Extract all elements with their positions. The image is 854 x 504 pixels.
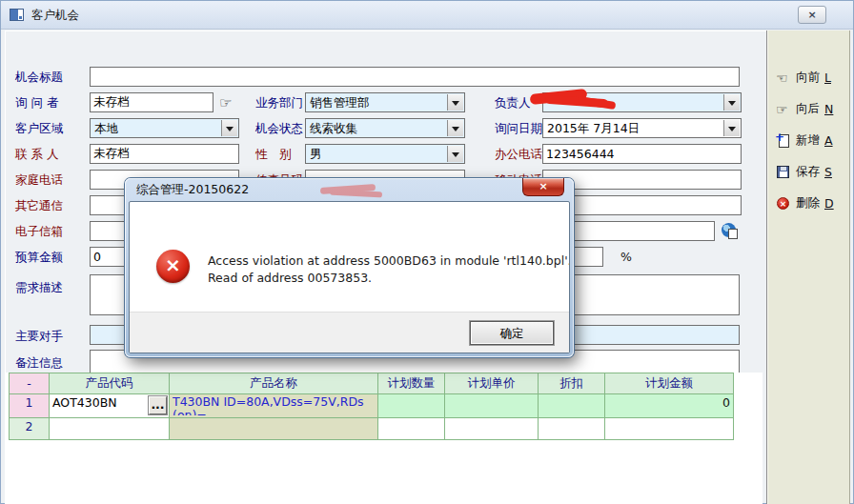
prev-label: 向前 xyxy=(796,70,820,86)
new-doc-icon: + xyxy=(776,133,791,149)
header-product-code: 产品代码 xyxy=(50,373,170,394)
region-value: 本地 xyxy=(94,121,118,137)
gender-select[interactable]: 男 xyxy=(305,144,465,164)
window-icon xyxy=(10,9,24,21)
product-code-cell[interactable]: AOT430BN ... xyxy=(50,394,170,418)
product-code-value: AOT430BN xyxy=(52,395,117,410)
owner-select[interactable] xyxy=(542,92,742,112)
delete-key: D xyxy=(824,196,834,211)
hand-left-icon: ☜ xyxy=(776,71,791,86)
plan-price-cell[interactable] xyxy=(445,418,539,440)
office-phone-input[interactable] xyxy=(542,144,742,164)
label-status: 机会状态 xyxy=(255,121,303,137)
next-button[interactable]: ☞ 向后 N xyxy=(776,101,833,117)
plan-price-cell[interactable] xyxy=(445,394,539,418)
label-gender: 性 别 xyxy=(255,147,292,163)
next-label: 向后 xyxy=(796,101,820,117)
error-dialog: 综合管理-20150622 × × Access violation at ad… xyxy=(125,178,574,357)
product-code-cell[interactable] xyxy=(50,418,170,440)
redaction-scribble xyxy=(320,184,387,197)
label-other-comm: 其它通信 xyxy=(15,198,63,214)
discount-cell[interactable] xyxy=(539,418,605,440)
header-product-name: 产品名称 xyxy=(170,373,378,394)
plan-qty-cell[interactable] xyxy=(378,394,445,418)
label-remark: 备注信息 xyxy=(15,355,63,372)
status-select[interactable]: 线索收集 xyxy=(305,118,465,138)
label-owner: 负责人 xyxy=(495,95,531,111)
chevron-down-icon[interactable] xyxy=(447,146,463,162)
chevron-down-icon[interactable] xyxy=(723,94,740,111)
contact-input[interactable] xyxy=(90,144,239,164)
prev-button[interactable]: ☜ 向前 L xyxy=(776,70,831,86)
window-title: 客户机会 xyxy=(31,8,79,24)
plan-qty-cell[interactable] xyxy=(378,418,445,440)
inquiry-date-value: 2015年 7月14日 xyxy=(547,121,640,137)
save-button[interactable]: 保存 S xyxy=(776,164,832,180)
product-table-area: - 产品代码 产品名称 计划数量 计划单价 折扣 计划金额 1 AOT430BN… xyxy=(5,373,762,504)
chevron-down-icon[interactable] xyxy=(447,94,463,111)
save-label: 保存 xyxy=(796,164,820,180)
dialog-title: 综合管理-20150622 xyxy=(136,182,249,198)
label-office-phone: 办公电话 xyxy=(495,147,542,163)
delete-icon: × xyxy=(776,196,791,212)
region-select[interactable]: 本地 xyxy=(90,118,239,138)
inquirer-lookup-hand-icon[interactable]: ☞ xyxy=(219,94,232,111)
ok-button[interactable]: 确定 xyxy=(470,321,554,345)
delete-button[interactable]: × 删除 D xyxy=(776,195,834,212)
label-email: 电子信箱 xyxy=(15,224,63,240)
label-department: 业务部门 xyxy=(255,95,303,111)
label-inquirer: 询 问 者 xyxy=(15,95,58,111)
action-sidebar: ☜ 向前 L ☞ 向后 N + 新增 A 保存 S × 删除 D xyxy=(766,30,850,504)
chevron-down-icon[interactable] xyxy=(723,120,740,136)
header-plan-qty: 计划数量 xyxy=(378,373,445,394)
header-plan-price: 计划单价 xyxy=(445,373,539,394)
discount-cell[interactable] xyxy=(539,394,605,418)
table-header-row: - 产品代码 产品名称 计划数量 计划单价 折扣 计划金额 xyxy=(10,373,734,394)
label-requirement: 需求描述 xyxy=(15,280,63,296)
product-name-line1: T430BN ID=80A,VDss=75V,RDs(on)= xyxy=(173,395,375,415)
window-titlebar: 客户机会 × xyxy=(1,1,853,30)
prev-key: L xyxy=(824,71,831,85)
product-lookup-button[interactable]: ... xyxy=(149,396,167,414)
delete-label: 删除 xyxy=(796,195,820,212)
error-message-line2: Read of address 00573853. xyxy=(208,270,570,287)
table-row[interactable]: 2 xyxy=(10,418,734,440)
window-close-icon[interactable]: × xyxy=(798,6,826,24)
error-message-line1: Access violation at address 5000BD63 in … xyxy=(208,252,570,270)
percent-suffix: % xyxy=(620,250,632,264)
header-discount: 折扣 xyxy=(539,373,605,394)
label-competitor: 主要对手 xyxy=(15,329,63,345)
save-key: S xyxy=(824,165,832,179)
opportunity-window: 客户机会 × 机会标题 询 问 者 客户区域 联 系 人 家庭电话 其它通信 电… xyxy=(0,0,854,504)
hand-right-icon: ☞ xyxy=(776,102,791,117)
department-value: 销售管理部 xyxy=(310,95,370,111)
department-select[interactable]: 销售管理部 xyxy=(305,92,465,112)
label-home-phone: 家庭电话 xyxy=(15,172,63,189)
add-label: 新增 xyxy=(796,132,820,149)
label-budget: 预算金额 xyxy=(15,250,63,266)
next-key: N xyxy=(824,102,833,116)
header-indicator: - xyxy=(10,373,50,394)
plan-amount-cell[interactable]: 0 xyxy=(605,394,734,418)
product-name-cell[interactable]: T430BN ID=80A,VDss=75V,RDs(on)= 11.5mΩ,P… xyxy=(170,394,378,418)
title-input[interactable] xyxy=(90,67,740,87)
table-row[interactable]: 1 AOT430BN ... T430BN ID=80A,VDss=75V,RD… xyxy=(10,394,734,418)
floppy-icon xyxy=(776,165,791,180)
product-table: - 产品代码 产品名称 计划数量 计划单价 折扣 计划金额 1 AOT430BN… xyxy=(9,373,734,440)
plan-amount-cell[interactable] xyxy=(605,418,734,440)
inquirer-input[interactable] xyxy=(90,92,214,112)
dialog-body: × Access violation at address 5000BD63 i… xyxy=(129,201,570,353)
inquiry-date-select[interactable]: 2015年 7月14日 xyxy=(542,118,742,138)
gender-value: 男 xyxy=(310,147,322,163)
label-contact: 联 系 人 xyxy=(15,147,58,163)
dialog-footer: 确定 xyxy=(130,312,569,353)
send-email-globe-icon[interactable] xyxy=(722,223,736,237)
product-name-cell[interactable] xyxy=(170,418,378,440)
dialog-close-icon[interactable]: × xyxy=(522,178,564,196)
label-inquiry-date: 询问日期 xyxy=(495,121,542,137)
chevron-down-icon[interactable] xyxy=(447,120,463,136)
status-value: 线索收集 xyxy=(310,121,357,137)
chevron-down-icon[interactable] xyxy=(221,120,237,136)
add-button[interactable]: + 新增 A xyxy=(776,132,833,149)
label-region: 客户区域 xyxy=(15,121,63,137)
